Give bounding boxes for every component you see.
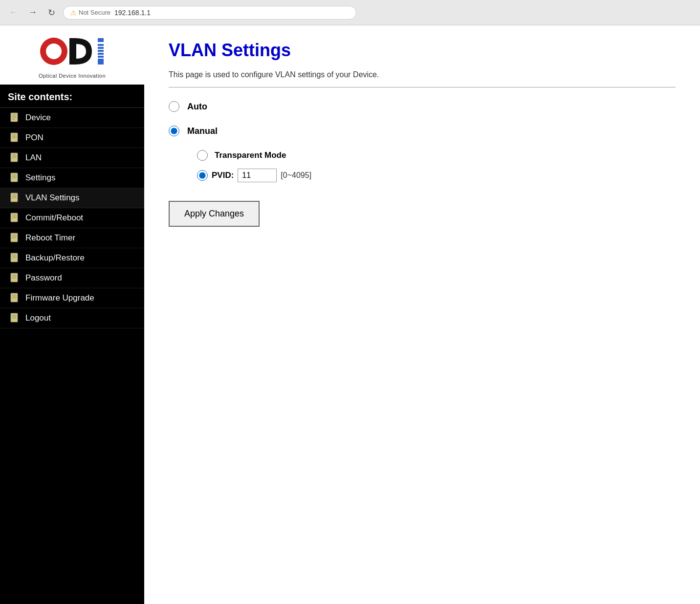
- nav-page-icon: [10, 173, 21, 183]
- sidebar-item-password[interactable]: Password: [0, 268, 144, 288]
- sidebar-item-pon[interactable]: PON: [0, 128, 144, 148]
- svg-point-1: [46, 43, 62, 59]
- nav-page-icon: [10, 112, 21, 123]
- auto-label: Auto: [187, 102, 207, 112]
- svg-rect-6: [98, 50, 104, 52]
- sidebar-item-reboot-timer-label: Reboot Timer: [25, 233, 75, 243]
- svg-rect-27: [11, 193, 18, 202]
- sidebar: Optical Device Innovation Site contents:…: [0, 25, 144, 604]
- nav-page-icon: [10, 152, 21, 163]
- nav-page-icon: [10, 213, 21, 223]
- sidebar-item-reboot-timer[interactable]: Reboot Timer: [0, 228, 144, 248]
- odi-logo: [33, 34, 111, 71]
- sidebar-item-commit-reboot[interactable]: Commit/Reboot: [0, 208, 144, 228]
- sidebar-item-firmware-upgrade[interactable]: Firmware Upgrade: [0, 288, 144, 308]
- pvid-label: PVID:: [212, 171, 234, 180]
- svg-rect-35: [11, 233, 18, 242]
- pvid-range: [0~4095]: [281, 171, 311, 180]
- address-bar[interactable]: ⚠ Not Secure 192.168.1.1: [63, 6, 356, 20]
- transparent-mode-label: Transparent Mode: [215, 151, 286, 160]
- sidebar-item-firmware-upgrade-label: Firmware Upgrade: [25, 293, 94, 303]
- svg-rect-43: [11, 273, 18, 282]
- page-layout: Optical Device Innovation Site contents:…: [0, 25, 700, 604]
- manual-sub-options: Transparent Mode PVID: [0~4095]: [197, 150, 676, 182]
- svg-rect-7: [98, 53, 104, 55]
- svg-rect-23: [11, 173, 18, 182]
- manual-option-row: Manual: [169, 126, 676, 136]
- sidebar-item-lan-label: LAN: [25, 153, 42, 163]
- auto-option-row: Auto: [169, 101, 676, 112]
- main-content: VLAN Settings This page is used to confi…: [144, 25, 700, 604]
- logo-tagline: Optical Device Innovation: [10, 73, 134, 79]
- manual-radio[interactable]: [169, 126, 179, 136]
- svg-rect-51: [11, 313, 18, 322]
- sidebar-item-device[interactable]: Device: [0, 108, 144, 128]
- transparent-mode-radio[interactable]: [197, 150, 208, 161]
- auto-radio[interactable]: [169, 101, 179, 112]
- svg-rect-9: [98, 59, 104, 65]
- back-button[interactable]: ←: [6, 5, 21, 20]
- nav-page-icon: [10, 132, 21, 143]
- svg-rect-39: [11, 253, 18, 262]
- sidebar-item-settings-label: Settings: [25, 173, 55, 183]
- svg-rect-15: [11, 133, 18, 142]
- sidebar-item-vlan-settings-label: VLAN Settings: [25, 193, 80, 203]
- apply-changes-button[interactable]: Apply Changes: [169, 201, 260, 227]
- forward-button[interactable]: →: [25, 5, 40, 20]
- sidebar-item-lan[interactable]: LAN: [0, 148, 144, 168]
- pvid-radio[interactable]: [197, 170, 208, 181]
- nav-page-icon: [10, 313, 21, 324]
- pvid-input[interactable]: [238, 169, 277, 182]
- sidebar-item-backup-restore[interactable]: Backup/Restore: [0, 248, 144, 268]
- svg-rect-8: [98, 56, 104, 58]
- not-secure-badge: ⚠ Not Secure: [70, 9, 110, 17]
- sidebar-item-vlan-settings[interactable]: VLAN Settings: [0, 188, 144, 208]
- sidebar-item-logout-label: Logout: [25, 313, 51, 323]
- svg-rect-5: [98, 47, 104, 49]
- svg-rect-2: [69, 38, 75, 65]
- section-divider: [169, 87, 676, 87]
- sidebar-item-device-label: Device: [25, 113, 51, 123]
- transparent-mode-row: Transparent Mode: [197, 150, 676, 161]
- browser-chrome: ← → ↻ ⚠ Not Secure 192.168.1.1: [0, 0, 700, 25]
- pvid-row: PVID: [0~4095]: [197, 169, 676, 182]
- nav-section-title: Site contents:: [0, 85, 144, 108]
- url-display: 192.168.1.1: [114, 9, 151, 17]
- nav-page-icon: [10, 273, 21, 283]
- sidebar-item-backup-restore-label: Backup/Restore: [25, 253, 85, 263]
- page-title: VLAN Settings: [169, 40, 676, 61]
- svg-rect-4: [98, 44, 104, 46]
- sidebar-item-password-label: Password: [25, 273, 62, 283]
- sidebar-item-commit-reboot-label: Commit/Reboot: [25, 213, 83, 223]
- not-secure-label: Not Secure: [79, 9, 110, 16]
- sidebar-item-pon-label: PON: [25, 133, 44, 143]
- reload-button[interactable]: ↻: [45, 5, 58, 20]
- manual-label: Manual: [187, 126, 218, 136]
- nav-page-icon: [10, 193, 21, 203]
- svg-rect-31: [11, 213, 18, 222]
- nav-page-icon: [10, 233, 21, 243]
- sidebar-item-settings[interactable]: Settings: [0, 168, 144, 188]
- svg-rect-10: [11, 113, 18, 122]
- svg-rect-3: [98, 38, 104, 42]
- sidebar-item-logout[interactable]: Logout: [0, 308, 144, 328]
- page-description: This page is used to configure VLAN sett…: [169, 70, 676, 79]
- nav-page-icon: [10, 253, 21, 263]
- svg-rect-19: [11, 153, 18, 162]
- svg-rect-47: [11, 293, 18, 302]
- nav-page-icon: [10, 293, 21, 303]
- logo-area: Optical Device Innovation: [0, 25, 144, 85]
- warning-icon: ⚠: [70, 9, 77, 17]
